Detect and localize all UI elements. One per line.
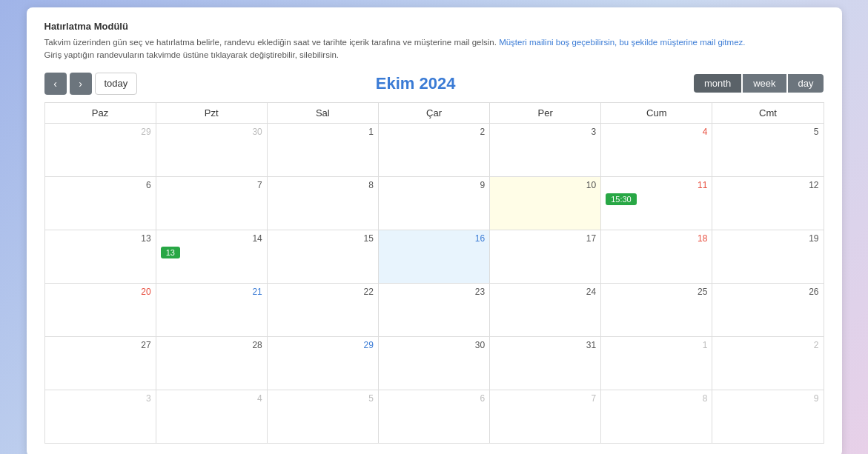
calendar-day-cell[interactable]: 28 — [156, 336, 267, 390]
day-number: 2 — [717, 340, 818, 352]
calendar-day-cell[interactable]: 6 — [378, 390, 489, 443]
day-number: 12 — [717, 180, 818, 192]
calendar-day-cell[interactable]: 6 — [44, 176, 156, 230]
day-number: 3 — [50, 393, 151, 405]
calendar-day-cell[interactable]: 17 — [490, 230, 601, 283]
event-badge[interactable]: 13 — [161, 247, 180, 258]
calendar-day-cell[interactable]: 26 — [712, 283, 824, 336]
calendar-day-cell[interactable]: 12 — [712, 176, 824, 230]
day-number: 22 — [272, 287, 374, 298]
calendar-day-cell[interactable]: 29 — [44, 123, 156, 176]
next-button[interactable]: › — [70, 73, 92, 95]
calendar-header-cell: Per — [490, 102, 601, 123]
calendar-day-cell[interactable]: 30 — [156, 123, 267, 176]
calendar-day-cell[interactable]: 2 — [378, 123, 489, 176]
calendar-day-cell[interactable]: 31 — [490, 336, 601, 390]
day-number: 6 — [50, 180, 151, 192]
calendar-day-cell[interactable]: 24 — [490, 283, 601, 336]
calendar-day-cell[interactable]: 5 — [712, 123, 824, 176]
day-number: 30 — [161, 127, 262, 138]
calendar-day-cell[interactable]: 4 — [601, 123, 712, 176]
day-number: 9 — [717, 393, 818, 405]
day-number: 2 — [383, 127, 485, 138]
calendar-day-cell[interactable]: 9 — [712, 390, 824, 443]
calendar-day-cell[interactable]: 10 — [490, 176, 601, 230]
calendar-day-cell[interactable]: 20 — [44, 283, 156, 336]
calendar-day-cell[interactable]: 4 — [156, 390, 267, 443]
day-number: 4 — [161, 393, 262, 405]
calendar-week-row: 293012345 — [44, 123, 824, 176]
day-number: 8 — [272, 180, 374, 192]
calendar-header-cell: Pzt — [156, 102, 267, 123]
day-number: 28 — [161, 340, 262, 352]
calendar-day-cell[interactable]: 30 — [378, 336, 489, 390]
day-number: 9 — [383, 180, 485, 192]
day-number: 3 — [494, 127, 596, 138]
calendar-day-cell[interactable]: 1 — [267, 123, 378, 176]
view-month-button[interactable]: month — [694, 74, 741, 93]
desc-link[interactable]: Müşteri mailini boş geçebilirsin, bu şek… — [499, 38, 745, 47]
day-number: 6 — [383, 393, 485, 405]
view-week-button[interactable]: week — [743, 74, 786, 93]
calendar-day-cell[interactable]: 21 — [156, 283, 267, 336]
calendar-header-cell: Çar — [378, 102, 489, 123]
calendar-header-cell: Sal — [267, 102, 378, 123]
description: Takvim üzerinden gün seç ve hatırlatma b… — [44, 36, 824, 62]
main-card: Hatırlatma Modülü Takvim üzerinden gün s… — [27, 7, 842, 454]
calendar-day-cell[interactable]: 7 — [156, 176, 267, 230]
calendar-day-cell[interactable]: 18 — [601, 230, 712, 283]
calendar-week-row: 272829303112 — [44, 336, 824, 390]
calendar-day-cell[interactable]: 25 — [601, 283, 712, 336]
calendar-table: PazPztSalÇarPerCumCmt 293012345678910111… — [44, 102, 824, 444]
today-button[interactable]: today — [95, 73, 138, 95]
day-number: 7 — [161, 180, 262, 192]
calendar-day-cell[interactable]: 1413 — [156, 230, 267, 283]
day-number: 18 — [606, 233, 707, 245]
calendar-header: PazPztSalÇarPerCumCmt — [44, 102, 824, 123]
calendar-header-cell: Paz — [44, 102, 156, 123]
calendar-day-cell[interactable]: 9 — [378, 176, 489, 230]
desc-part1: Takvim üzerinden gün seç ve hatırlatma b… — [44, 38, 500, 47]
day-number: 29 — [50, 127, 151, 138]
calendar-day-cell[interactable]: 7 — [490, 390, 601, 443]
day-number: 23 — [383, 287, 485, 298]
calendar-header-cell: Cmt — [712, 102, 824, 123]
calendar-day-cell[interactable]: 5 — [267, 390, 378, 443]
day-number: 17 — [494, 233, 596, 245]
calendar-day-cell[interactable]: 27 — [44, 336, 156, 390]
view-day-button[interactable]: day — [788, 74, 824, 93]
calendar-day-cell[interactable]: 23 — [378, 283, 489, 336]
day-number: 4 — [606, 127, 707, 138]
day-number: 13 — [50, 233, 151, 245]
day-number: 11 — [606, 180, 707, 192]
calendar-day-cell[interactable]: 19 — [712, 230, 824, 283]
calendar-day-cell[interactable]: 13 — [44, 230, 156, 283]
day-number: 25 — [606, 287, 707, 298]
calendar-week-row: 6789101115:3012 — [44, 176, 824, 230]
day-number: 10 — [494, 180, 596, 192]
day-number: 1 — [606, 340, 707, 352]
day-number: 26 — [717, 287, 818, 298]
calendar-day-cell[interactable]: 22 — [267, 283, 378, 336]
prev-button[interactable]: ‹ — [44, 73, 67, 95]
day-number: 16 — [383, 233, 485, 245]
calendar-week-row: 20212223242526 — [44, 283, 824, 336]
calendar-day-cell[interactable]: 3 — [490, 123, 601, 176]
day-number: 15 — [272, 233, 374, 245]
calendar-day-cell[interactable]: 15 — [267, 230, 378, 283]
day-number: 5 — [717, 127, 818, 138]
event-badge[interactable]: 15:30 — [606, 193, 637, 205]
calendar-day-cell[interactable]: 1 — [601, 336, 712, 390]
toolbar: ‹ › today Ekim 2024 month week day — [44, 73, 824, 95]
module-title: Hatırlatma Modülü — [44, 21, 824, 32]
day-number: 21 — [161, 287, 262, 298]
calendar-day-cell[interactable]: 29 — [267, 336, 378, 390]
day-number: 27 — [50, 340, 151, 352]
calendar-day-cell[interactable]: 1115:30 — [601, 176, 712, 230]
calendar-day-cell[interactable]: 2 — [712, 336, 824, 390]
calendar-day-cell[interactable]: 3 — [44, 390, 156, 443]
calendar-day-cell[interactable]: 8 — [267, 176, 378, 230]
calendar-day-cell[interactable]: 16 — [378, 230, 489, 283]
day-number: 1 — [272, 127, 374, 138]
calendar-day-cell[interactable]: 8 — [601, 390, 712, 443]
